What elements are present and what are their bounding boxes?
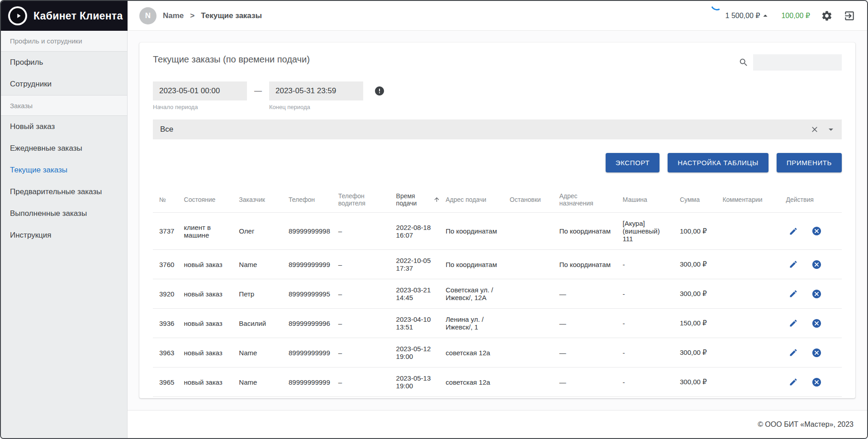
cell-customer: Name	[239, 367, 289, 397]
cell-car: -	[623, 397, 680, 399]
top-bar: Кабинет Клиента N Name > Текущие заказы …	[1, 1, 867, 31]
cell-destination: —	[559, 309, 622, 338]
dropdown-caret-icon[interactable]	[825, 124, 836, 135]
cell-actions	[786, 279, 842, 309]
cell-sum: 300,00 ₽	[680, 397, 722, 399]
clear-filter-icon[interactable]	[810, 125, 819, 134]
cell-pickup: По координатам	[446, 213, 510, 250]
cell-phone: 89999999995	[289, 279, 338, 309]
breadcrumb: N Name > Текущие заказы	[139, 7, 262, 24]
sidebar-item-new-order[interactable]: Новый заказ	[1, 116, 127, 138]
cell-stops	[510, 367, 560, 397]
cell-actions	[786, 213, 842, 250]
cell-num: 3760	[153, 250, 184, 279]
bonus-amount: 100,00 ₽	[781, 11, 810, 20]
cell-sum: 300,00 ₽	[680, 250, 722, 279]
header-main: N Name > Текущие заказы 1 500,00 ₽ 100,0…	[128, 1, 867, 31]
balance-amount: 1 500,00 ₽	[726, 11, 760, 20]
column-header[interactable]: Машина	[623, 187, 680, 213]
edit-order-button[interactable]	[789, 260, 798, 269]
cell-phone: 89999999999	[289, 250, 338, 279]
logout-icon[interactable]	[844, 10, 855, 22]
edit-order-button[interactable]	[789, 348, 798, 357]
column-header[interactable]: Адрес назначения	[559, 187, 622, 213]
cancel-order-button[interactable]	[811, 226, 822, 236]
sidebar-item-instructions[interactable]: Инструкция	[1, 224, 127, 246]
sidebar-section-profile-employees[interactable]: Профиль и сотрудники	[1, 31, 127, 52]
edit-order-button[interactable]	[789, 377, 798, 387]
balance-dropdown[interactable]: 1 500,00 ₽	[726, 11, 771, 21]
status-filter-select[interactable]: Все	[153, 119, 842, 139]
sidebar-section-orders[interactable]: Заказы	[1, 95, 127, 116]
search-icon[interactable]	[739, 57, 749, 67]
cell-state: новый заказ	[184, 250, 239, 279]
cell-actions	[786, 250, 842, 279]
column-header[interactable]: Комментарии	[722, 187, 786, 213]
cell-sum: 150,00 ₽	[680, 309, 722, 338]
cell-sum: 300,00 ₽	[680, 338, 722, 367]
cell-state: новый заказ	[184, 367, 239, 397]
cell-stops	[510, 279, 560, 309]
cell-comments	[722, 309, 786, 338]
column-header[interactable]: Заказчик	[239, 187, 289, 213]
play-icon	[15, 12, 22, 19]
cell-phone: 89999999996	[289, 309, 338, 338]
footer: © ООО БИТ «Мастер», 2023	[128, 410, 867, 438]
column-header[interactable]: №	[153, 187, 184, 213]
cell-comments	[722, 279, 786, 309]
order-row: 3963новый заказName89999999999–2023-05-1…	[153, 338, 842, 367]
cell-stops	[510, 338, 560, 367]
main-area: Текущие заказы (по времени подачи) Начал…	[128, 31, 867, 438]
breadcrumb-user[interactable]: Name	[163, 11, 184, 20]
sidebar-item-preliminary-orders[interactable]: Предварительные заказы	[1, 181, 127, 203]
cell-stops	[510, 397, 560, 399]
export-button[interactable]: ЭКСПОРТ	[606, 153, 659, 172]
cell-customer: Name	[239, 338, 289, 367]
period-info-icon[interactable]	[374, 86, 385, 96]
column-header[interactable]: Время подачи	[396, 187, 446, 213]
column-header[interactable]: Остановки	[510, 187, 560, 213]
cell-car: [Акура] (вишневый) 111	[623, 213, 680, 250]
settings-gear-icon[interactable]	[821, 10, 833, 22]
cell-state: новый заказ	[184, 397, 239, 399]
cancel-order-button[interactable]	[811, 318, 822, 329]
column-header[interactable]: Телефон водителя	[338, 187, 396, 213]
period-end-input[interactable]	[269, 81, 363, 100]
cancel-order-button[interactable]	[811, 348, 822, 358]
sidebar-item-completed-orders[interactable]: Выполненные заказы	[1, 203, 127, 224]
cell-pickup: советская 12а	[446, 367, 510, 397]
cell-pickup: советская 12а	[446, 397, 510, 399]
period-start-input[interactable]	[153, 81, 247, 100]
column-header[interactable]: Сумма	[680, 187, 722, 213]
cancel-order-button[interactable]	[811, 289, 822, 299]
sidebar-item-daily-orders[interactable]: Ежедневные заказы	[1, 138, 127, 159]
apply-button[interactable]: ПРИМЕНИТЬ	[777, 153, 842, 172]
sidebar-item-profile[interactable]: Профиль	[1, 52, 127, 73]
column-header[interactable]: Состояние	[184, 187, 239, 213]
orders-card: Текущие заказы (по времени подачи) Начал…	[139, 43, 855, 398]
avatar[interactable]: N	[139, 7, 157, 24]
cancel-order-button[interactable]	[811, 377, 822, 387]
cancel-order-button[interactable]	[811, 259, 822, 270]
edit-order-button[interactable]	[789, 289, 798, 298]
column-header[interactable]: Адрес подачи	[446, 187, 510, 213]
column-header[interactable]: Действия	[786, 187, 842, 213]
cell-pickup: Ленина ул. / Ижевск/, 1	[446, 309, 510, 338]
cell-driver-phone: –	[338, 250, 396, 279]
sidebar: Профиль и сотрудники Профиль Сотрудники …	[1, 31, 128, 438]
search-input[interactable]	[753, 54, 842, 71]
column-header[interactable]: Телефон	[289, 187, 338, 213]
sidebar-item-employees[interactable]: Сотрудники	[1, 73, 127, 95]
period-start-label: Начало периода	[153, 104, 247, 110]
edit-order-button[interactable]	[789, 227, 798, 236]
cell-actions	[786, 309, 842, 338]
sidebar-item-current-orders[interactable]: Текущие заказы	[1, 159, 127, 181]
cell-num: 3967	[153, 397, 184, 399]
cell-destination: По координатам	[559, 213, 622, 250]
cell-customer: Петр	[239, 279, 289, 309]
table-settings-button[interactable]: НАСТРОЙКА ТАБЛИЦЫ	[668, 153, 768, 172]
edit-order-button[interactable]	[789, 319, 798, 328]
cell-sum: 300,00 ₽	[680, 279, 722, 309]
period-range-dash: —	[254, 81, 262, 100]
cell-pickup: Советская ул. / Ижевск/, 12А	[446, 279, 510, 309]
